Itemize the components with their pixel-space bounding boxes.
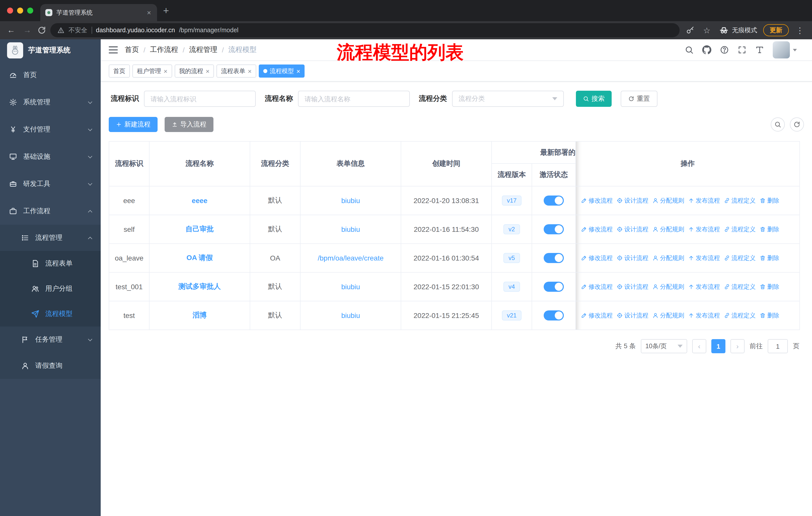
action-process-definition-link[interactable]: 流程定义	[724, 311, 756, 320]
bookmark-star-icon[interactable]: ☆	[701, 25, 713, 35]
action-assign-rule-link[interactable]: 分配规则	[652, 196, 684, 205]
close-icon[interactable]: ×	[164, 67, 167, 75]
close-icon[interactable]: ×	[248, 67, 252, 75]
form-info-link[interactable]: biubiu	[341, 283, 360, 291]
password-key-icon[interactable]	[686, 26, 695, 35]
fullscreen-icon[interactable]	[737, 45, 747, 54]
github-icon[interactable]	[702, 45, 711, 54]
sidebar-item-process-form[interactable]: 流程表单	[0, 251, 101, 276]
sidebar-logo[interactable]: 芋道管理系统	[0, 39, 101, 61]
create-process-button[interactable]: 新建流程	[109, 117, 157, 132]
user-menu[interactable]	[773, 41, 797, 58]
sidebar-item-payment[interactable]: 支付管理	[0, 116, 101, 143]
version-badge[interactable]: v2	[503, 224, 520, 234]
show-search-toggle-button[interactable]	[771, 117, 785, 132]
reload-icon[interactable]	[37, 26, 46, 35]
action-process-definition-link[interactable]: 流程定义	[724, 254, 756, 262]
new-tab-button[interactable]: +	[157, 5, 175, 17]
sidebar-item-workflow[interactable]: 工作流程	[0, 197, 101, 225]
action-design-process-link[interactable]: 设计流程	[617, 196, 648, 205]
sidebar-item-home[interactable]: 首页	[0, 61, 101, 89]
action-design-process-link[interactable]: 设计流程	[617, 311, 648, 320]
action-edit-process-link[interactable]: 修改流程	[581, 282, 613, 291]
process-category-select[interactable]: 流程分类	[452, 91, 564, 107]
action-publish-process-link[interactable]: 发布流程	[688, 254, 720, 262]
window-minimize-button[interactable]	[17, 7, 23, 13]
reset-button[interactable]: 重置	[621, 91, 658, 107]
tab-close-icon[interactable]: ×	[146, 8, 152, 17]
action-process-definition-link[interactable]: 流程定义	[724, 225, 756, 234]
tag-process-form[interactable]: 流程表单×	[216, 64, 256, 78]
close-icon[interactable]: ×	[296, 67, 300, 75]
version-badge[interactable]: v5	[503, 253, 520, 263]
address-bar[interactable]: 不安全 dashboard.yudao.iocoder.cn/bpm/manag…	[50, 23, 679, 37]
active-status-toggle[interactable]	[544, 253, 564, 263]
action-process-definition-link[interactable]: 流程定义	[724, 196, 756, 205]
sidebar-item-infrastructure[interactable]: 基础设施	[0, 143, 101, 170]
window-close-button[interactable]	[7, 7, 13, 13]
action-design-process-link[interactable]: 设计流程	[617, 225, 648, 234]
import-process-button[interactable]: 导入流程	[165, 117, 213, 132]
breadcrumb-home[interactable]: 首页	[125, 45, 139, 54]
user-avatar[interactable]	[773, 41, 790, 58]
action-delete-link[interactable]: 删除	[760, 225, 779, 234]
active-status-toggle[interactable]	[544, 282, 564, 292]
action-publish-process-link[interactable]: 发布流程	[688, 311, 720, 320]
action-design-process-link[interactable]: 设计流程	[617, 282, 648, 291]
version-badge[interactable]: v4	[503, 282, 520, 292]
action-assign-rule-link[interactable]: 分配规则	[652, 225, 684, 234]
process-key-input[interactable]	[144, 91, 256, 107]
action-assign-rule-link[interactable]: 分配规则	[652, 311, 684, 320]
browser-tab[interactable]: 芋道管理系统 ×	[40, 4, 157, 21]
action-publish-process-link[interactable]: 发布流程	[688, 225, 720, 234]
sidebar-item-user-group[interactable]: 用户分组	[0, 276, 101, 301]
sidebar-item-leave-query[interactable]: 请假查询	[0, 353, 101, 379]
sidebar-item-system[interactable]: 系统管理	[0, 89, 101, 116]
close-icon[interactable]: ×	[206, 67, 209, 75]
action-delete-link[interactable]: 删除	[760, 196, 779, 205]
action-assign-rule-link[interactable]: 分配规则	[652, 254, 684, 262]
help-icon[interactable]	[720, 45, 729, 54]
search-button[interactable]: 搜索	[576, 91, 612, 107]
active-status-toggle[interactable]	[544, 195, 564, 206]
sidebar-item-process-model[interactable]: 流程模型	[0, 301, 101, 327]
search-icon[interactable]	[685, 45, 694, 54]
action-publish-process-link[interactable]: 发布流程	[688, 282, 720, 291]
sidebar-collapse-icon[interactable]	[109, 46, 118, 53]
form-info-link[interactable]: biubiu	[341, 311, 360, 320]
sidebar-item-process-management[interactable]: 流程管理	[0, 225, 101, 251]
forward-icon[interactable]: →	[21, 26, 33, 35]
version-badge[interactable]: v21	[502, 310, 522, 321]
form-info-link[interactable]: biubiu	[341, 225, 360, 233]
process-name-link[interactable]: 自己审批	[185, 225, 214, 233]
form-info-link[interactable]: biubiu	[341, 196, 360, 205]
goto-page-input[interactable]	[768, 339, 788, 353]
back-icon[interactable]: ←	[5, 26, 17, 35]
action-edit-process-link[interactable]: 修改流程	[581, 254, 613, 262]
tag-process-model[interactable]: 流程模型×	[259, 64, 305, 78]
active-status-toggle[interactable]	[544, 224, 564, 234]
breadcrumb-process-management[interactable]: 流程管理	[189, 45, 218, 54]
action-assign-rule-link[interactable]: 分配规则	[652, 282, 684, 291]
font-size-icon[interactable]	[755, 45, 764, 54]
action-publish-process-link[interactable]: 发布流程	[688, 196, 720, 205]
tag-my-process[interactable]: 我的流程×	[174, 64, 214, 78]
process-name-link[interactable]: eeee	[192, 196, 207, 205]
action-delete-link[interactable]: 删除	[760, 311, 779, 320]
form-info-link[interactable]: /bpm/oa/leave/create	[318, 254, 384, 262]
security-label[interactable]: 不安全	[68, 26, 87, 34]
active-status-toggle[interactable]	[544, 310, 564, 321]
process-name-link[interactable]: 滔博	[193, 311, 207, 319]
version-badge[interactable]: v17	[502, 195, 522, 206]
action-edit-process-link[interactable]: 修改流程	[581, 225, 613, 234]
action-edit-process-link[interactable]: 修改流程	[581, 196, 613, 205]
sidebar-item-devtools[interactable]: 研发工具	[0, 170, 101, 197]
browser-update-button[interactable]: 更新	[763, 24, 789, 36]
window-zoom-button[interactable]	[27, 7, 33, 13]
process-name-link[interactable]: OA 请假	[186, 253, 213, 262]
page-size-select[interactable]: 10条/页	[641, 339, 687, 353]
tag-home[interactable]: 首页	[109, 64, 130, 78]
next-page-button[interactable]: ›	[730, 339, 745, 353]
breadcrumb-workflow[interactable]: 工作流程	[150, 45, 178, 54]
tag-tenant[interactable]: 租户管理×	[133, 64, 172, 78]
